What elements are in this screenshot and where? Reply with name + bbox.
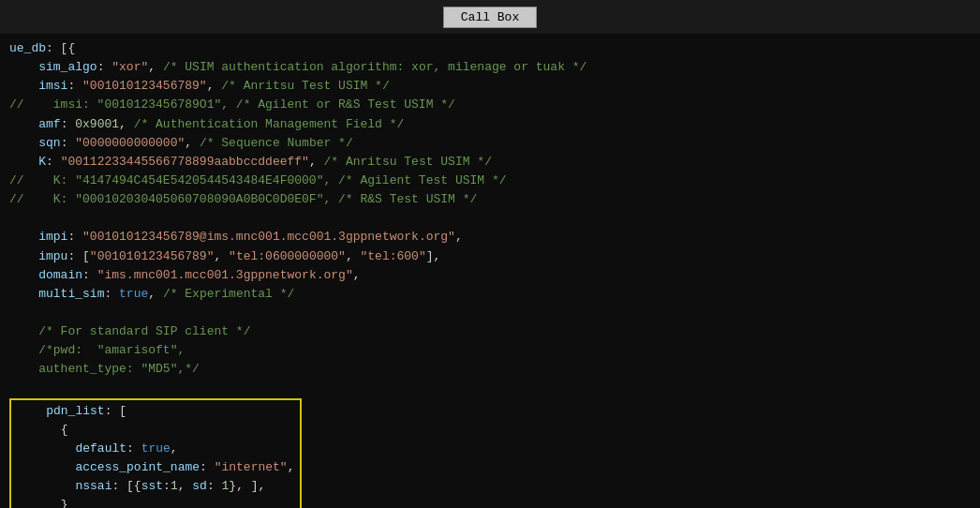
call-box-button[interactable]: Call Box bbox=[443, 7, 537, 28]
code-line: // K: "4147494C454E5420544543484E4F0000"… bbox=[9, 172, 971, 190]
title-bar: Call Box bbox=[0, 0, 980, 34]
code-line: authent_type: "MD5",*/ bbox=[9, 360, 971, 379]
code-line: default: true, bbox=[17, 440, 294, 458]
code-line: ue_db: [{ bbox=[9, 39, 971, 58]
code-line: /* For standard SIP client */ bbox=[9, 322, 971, 341]
code-line: amf: 0x9001, /* Authentication Managemen… bbox=[9, 115, 971, 134]
code-line: pdn_list: [ bbox=[17, 402, 294, 421]
code-line: // imsi: "0010123456789O1", /* Agilent o… bbox=[9, 96, 971, 114]
code-line: sqn: "0000000000000", /* Sequence Number… bbox=[9, 134, 971, 153]
code-line bbox=[9, 380, 971, 398]
code-line bbox=[9, 209, 971, 228]
code-editor: ue_db: [{ sim_algo: "xor", /* USIM authe… bbox=[0, 34, 980, 508]
code-line: multi_sim: true, /* Experimental */ bbox=[9, 285, 971, 304]
code-line: nssai: [{sst:1, sd: 1}, ], bbox=[17, 477, 294, 496]
code-line: impi: "001010123456789@ims.mnc001.mcc001… bbox=[9, 228, 971, 247]
code-line: K: "00112233445566778899aabbccddeeff", /… bbox=[9, 153, 971, 172]
code-line: } bbox=[17, 496, 294, 508]
code-line: { bbox=[17, 421, 294, 440]
code-line: sim_algo: "xor", /* USIM authentication … bbox=[9, 58, 971, 77]
code-line: impu: ["001010123456789", "tel:060000000… bbox=[9, 247, 971, 266]
code-line: // K: "000102030405060708090A0B0C0D0E0F"… bbox=[9, 190, 971, 209]
code-line: access_point_name: "internet", bbox=[17, 458, 294, 477]
highlighted-pdn-block: pdn_list: [ { default: true, access_poin… bbox=[9, 398, 302, 508]
code-line: /*pwd: "amarisoft", bbox=[9, 341, 971, 360]
code-line: domain: "ims.mnc001.mcc001.3gppnetwork.o… bbox=[9, 266, 971, 285]
code-line: imsi: "001010123456789", /* Anritsu Test… bbox=[9, 77, 971, 96]
code-line bbox=[9, 304, 971, 322]
